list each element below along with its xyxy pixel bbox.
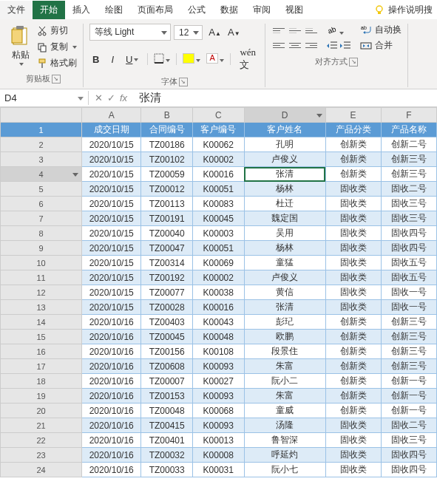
cell[interactable]: 固收类 bbox=[325, 300, 381, 315]
column-header[interactable]: C bbox=[192, 108, 244, 123]
cell[interactable]: 朱富 bbox=[244, 359, 325, 374]
cell[interactable]: 欧鹏 bbox=[244, 330, 325, 344]
cell[interactable]: TZ00045 bbox=[141, 330, 193, 344]
table-header-cell[interactable]: 客户编号 bbox=[192, 123, 244, 137]
cell[interactable]: TZ00033 bbox=[141, 463, 193, 477]
table-header-cell[interactable]: 成交日期 bbox=[82, 123, 141, 137]
cell[interactable]: K00043 bbox=[192, 315, 244, 330]
cell[interactable]: 2020/10/15 bbox=[82, 137, 141, 152]
cell[interactable]: K00062 bbox=[192, 137, 244, 152]
row-header[interactable]: 5 bbox=[1, 182, 82, 197]
row-header[interactable]: 2 bbox=[1, 137, 82, 152]
dialog-launcher[interactable]: ↘ bbox=[349, 58, 358, 67]
cell[interactable]: 固收类 bbox=[325, 256, 381, 270]
row-header[interactable]: 6 bbox=[1, 197, 82, 211]
dialog-launcher[interactable]: ↘ bbox=[52, 75, 61, 84]
row-header[interactable]: 9 bbox=[1, 241, 82, 256]
cell[interactable]: K00068 bbox=[192, 403, 244, 418]
table-header-cell[interactable]: 客户姓名 bbox=[244, 123, 325, 137]
cell[interactable]: TZ00191 bbox=[141, 211, 193, 226]
cell[interactable]: 创新三号 bbox=[381, 167, 436, 182]
cell[interactable]: 2020/10/16 bbox=[82, 463, 141, 477]
cell[interactable]: 2020/10/15 bbox=[82, 182, 141, 197]
cell[interactable]: 创新类 bbox=[325, 315, 381, 330]
font-size-select[interactable]: 12 bbox=[174, 25, 203, 40]
cell[interactable]: 张清 bbox=[244, 167, 325, 182]
cell[interactable]: K00108 bbox=[192, 344, 244, 359]
format-painter-button[interactable]: 格式刷 bbox=[37, 56, 77, 70]
cell[interactable]: TZ00048 bbox=[141, 403, 193, 418]
row-header[interactable]: 16 bbox=[1, 344, 82, 359]
cell[interactable]: 魏定国 bbox=[244, 211, 325, 226]
cell[interactable]: 杜迁 bbox=[244, 197, 325, 211]
cell[interactable]: 2020/10/16 bbox=[82, 315, 141, 330]
row-header[interactable]: 18 bbox=[1, 374, 82, 389]
cell[interactable]: 固收类 bbox=[325, 418, 381, 433]
tell-me[interactable]: 操作说明搜 bbox=[369, 1, 437, 19]
cell[interactable]: 2020/10/16 bbox=[82, 433, 141, 448]
cell[interactable]: 2020/10/15 bbox=[82, 197, 141, 211]
cell[interactable]: 固收二号 bbox=[381, 182, 436, 197]
row-header[interactable]: 13 bbox=[1, 300, 82, 315]
row-header[interactable]: 14 bbox=[1, 315, 82, 330]
cell[interactable]: 吴用 bbox=[244, 226, 325, 241]
row-header[interactable]: 21 bbox=[1, 418, 82, 433]
merge-center-button[interactable]: 合并 bbox=[360, 39, 402, 52]
cell[interactable]: TZ00153 bbox=[141, 389, 193, 403]
cell[interactable]: TZ00403 bbox=[141, 315, 193, 330]
cell[interactable]: TZ00314 bbox=[141, 256, 193, 270]
copy-button[interactable]: 复制 bbox=[37, 40, 77, 54]
cell[interactable]: 鲁智深 bbox=[244, 433, 325, 448]
cell[interactable]: K00016 bbox=[192, 300, 244, 315]
cell[interactable]: 彭玘 bbox=[244, 315, 325, 330]
cell[interactable]: 固收一号 bbox=[381, 300, 436, 315]
cell[interactable]: 创新三号 bbox=[381, 152, 436, 167]
row-header[interactable]: 17 bbox=[1, 359, 82, 374]
cell[interactable]: 2020/10/15 bbox=[82, 152, 141, 167]
align-left-button[interactable] bbox=[271, 38, 286, 52]
fx-button[interactable]: fx bbox=[120, 92, 127, 103]
cell[interactable]: TZ00415 bbox=[141, 418, 193, 433]
cell[interactable]: 固收类 bbox=[325, 182, 381, 197]
cell[interactable]: 固收三号 bbox=[381, 197, 436, 211]
increase-font-button[interactable]: A▲ bbox=[206, 25, 224, 39]
tab-insert[interactable]: 插入 bbox=[65, 1, 98, 19]
cancel-formula-button[interactable]: ✕ bbox=[95, 92, 103, 103]
cell[interactable]: 阮小七 bbox=[244, 463, 325, 477]
cell[interactable]: K00045 bbox=[192, 211, 244, 226]
row-header[interactable]: 22 bbox=[1, 433, 82, 448]
cell[interactable]: 创新类 bbox=[325, 389, 381, 403]
cell[interactable]: 固收四号 bbox=[381, 241, 436, 256]
tab-draw[interactable]: 绘图 bbox=[98, 1, 130, 19]
cell[interactable]: 创新三号 bbox=[381, 315, 436, 330]
cell[interactable]: K00002 bbox=[192, 270, 244, 285]
worksheet[interactable]: ABCDEF1成交日期合同编号客户编号客户姓名产品分类产品名称22020/10/… bbox=[0, 107, 437, 477]
cell[interactable]: K00002 bbox=[192, 152, 244, 167]
cell[interactable]: 固收类 bbox=[325, 226, 381, 241]
cell[interactable]: 杨林 bbox=[244, 241, 325, 256]
dialog-launcher[interactable]: ↘ bbox=[179, 78, 188, 86]
cell[interactable]: TZ00032 bbox=[141, 448, 193, 463]
cell[interactable]: 创新类 bbox=[325, 167, 381, 182]
cut-button[interactable]: 剪切 bbox=[37, 24, 77, 38]
cell[interactable]: 杨林 bbox=[244, 182, 325, 197]
cell[interactable]: 阮小二 bbox=[244, 374, 325, 389]
cell[interactable]: 创新一号 bbox=[381, 403, 436, 418]
cell[interactable]: 2020/10/15 bbox=[82, 300, 141, 315]
cell[interactable]: 固收四号 bbox=[381, 448, 436, 463]
cell[interactable]: 固收二号 bbox=[381, 418, 436, 433]
row-header[interactable]: 10 bbox=[1, 256, 82, 270]
cell[interactable]: 创新三号 bbox=[381, 359, 436, 374]
formula-bar[interactable]: 张清 bbox=[133, 89, 167, 106]
cell[interactable]: 创新类 bbox=[325, 374, 381, 389]
row-header[interactable]: 3 bbox=[1, 152, 82, 167]
cell[interactable]: 2020/10/16 bbox=[82, 374, 141, 389]
cell[interactable]: 2020/10/16 bbox=[82, 418, 141, 433]
cell[interactable]: 创新一号 bbox=[381, 374, 436, 389]
align-middle-button[interactable] bbox=[288, 24, 302, 37]
row-header[interactable]: 12 bbox=[1, 285, 82, 300]
row-header[interactable]: 23 bbox=[1, 448, 82, 463]
cell[interactable]: 卢俊义 bbox=[244, 152, 325, 167]
phonetic-button[interactable]: wén文 bbox=[237, 45, 259, 73]
row-header[interactable]: 20 bbox=[1, 403, 82, 418]
